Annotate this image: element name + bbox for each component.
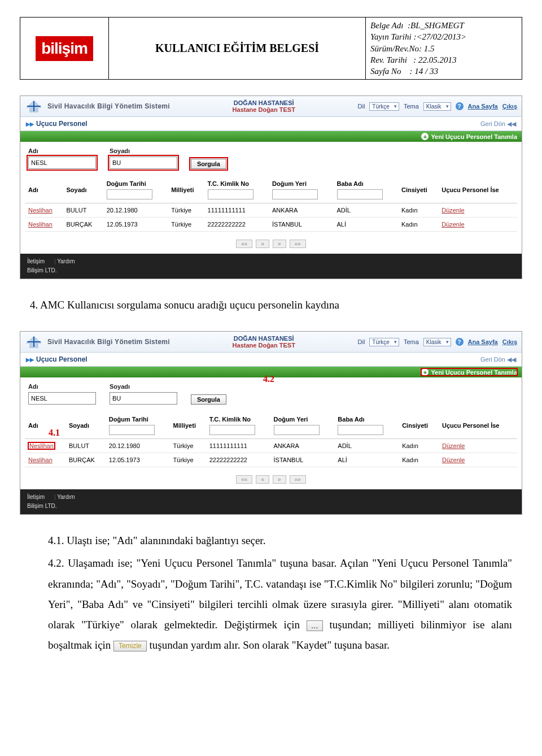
search-row: Adı Soyadı Sorgula 4.2 [20, 377, 522, 410]
app-logo-icon [25, 98, 43, 114]
row-duzenle-link[interactable]: Düzenle [439, 439, 517, 453]
meta-sayfa-label: Sayfa No [370, 67, 401, 76]
meta-surum-label: Sürüm/Rev.No: [370, 44, 422, 53]
new-personnel-label: Yeni Uçucu Personel Tanımla [431, 133, 517, 140]
row-soyadi: BULUT [65, 439, 106, 453]
sorgula-button[interactable]: Sorgula [191, 394, 226, 405]
footer-company: Bilişim LTD. [27, 266, 515, 275]
search-adi-input[interactable] [28, 392, 96, 405]
help-icon[interactable]: ? [456, 338, 464, 346]
hospital-line1: DOĞAN HASTANESİ [233, 335, 295, 342]
filter-dogumtarihi[interactable] [107, 189, 152, 199]
back-link-text: Geri Dön [480, 356, 505, 363]
plus-icon: + [421, 133, 429, 140]
doc-meta: Belge Adı :BL_SHGMEGT Yayın Tarihi :<27/… [366, 18, 522, 80]
filter-dogumtarihi[interactable] [109, 425, 155, 435]
filter-tc[interactable] [209, 425, 255, 435]
row-adi-link[interactable]: Neslihan [25, 453, 65, 467]
row-milliyeti: Türkiye [170, 439, 206, 453]
pager: «« « » »» [20, 472, 522, 489]
back-arrow-icon: ◀◀ [507, 356, 516, 363]
help-icon[interactable]: ? [456, 102, 464, 110]
pager-next[interactable]: » [273, 475, 286, 484]
row-tc: 22222222222 [204, 218, 269, 232]
footer-yardim-link[interactable]: Yardım [57, 258, 75, 264]
col-milliyeti: Milliyeti [168, 177, 204, 203]
pager: «« « » »» [20, 236, 522, 254]
row-tc: 11111111111 [206, 439, 270, 453]
new-personnel-button[interactable]: + Yeni Uçucu Personel Tanımla [421, 133, 517, 140]
row-dogumyeri: ANKARA [270, 439, 335, 453]
pager-first[interactable]: «« [236, 475, 252, 484]
row-duzenle-link[interactable]: Düzenle [439, 453, 517, 467]
para-4: 4. AMC Kullanıcısı sorgulama sonucu arad… [30, 295, 512, 315]
back-link[interactable]: Geri Dön ◀◀ [480, 120, 516, 128]
row-adi-link[interactable]: Neslihan [25, 203, 63, 218]
row-adi-link[interactable]: Neslihan [25, 218, 63, 232]
row-duzenle-link[interactable]: Düzenle [438, 218, 517, 232]
filter-babaadi[interactable] [337, 189, 383, 199]
app-hospital-block: DOĞAN HASTANESİ Hastane Doğan TEST [233, 99, 295, 113]
row-cinsiyeti: Kadın [399, 439, 439, 453]
tema-select[interactable]: Klasik [423, 102, 451, 111]
table-row: Neslihan 4.1 BULUT 20.12.1980 Türkiye 11… [25, 439, 517, 453]
pager-first[interactable]: «« [236, 240, 252, 248]
dil-select[interactable]: Türkçe [369, 338, 399, 346]
pager-prev[interactable]: « [256, 240, 269, 248]
col-dogumyeri: Doğum Yeri [270, 412, 335, 439]
logout-link[interactable]: Çıkış [502, 338, 517, 345]
pager-last[interactable]: »» [290, 475, 306, 484]
back-link-text: Geri Dön [480, 120, 505, 127]
plus-icon: + [421, 368, 429, 376]
meta-belge-label: Belge Adı [370, 21, 403, 30]
results-table: Adı Soyadı Doğum Tarihi Milliyeti T.C. K… [25, 177, 517, 232]
dil-select[interactable]: Türkçe [369, 102, 399, 111]
row-tc: 11111111111 [204, 203, 269, 218]
meta-belge-value: :BL_SHGMEGT [408, 21, 464, 30]
hospital-line2: Hastane Doğan TEST [233, 106, 295, 113]
table-row: Neslihan BURÇAK 12.05.1973 Türkiye 22222… [25, 218, 517, 232]
footer-iletisim-link[interactable]: İletişim [27, 258, 45, 264]
annotation-4-1: 4.1 [49, 428, 60, 438]
col-dogumtarihi: Doğum Tarihi [106, 412, 170, 439]
row-milliyeti: Türkiye [168, 203, 204, 218]
logo-cell: bilişim [20, 18, 109, 80]
home-link[interactable]: Ana Sayfa [468, 338, 498, 345]
row-adi-link[interactable]: Neslihan [28, 442, 55, 449]
sorgula-button[interactable]: Sorgula [191, 159, 226, 169]
screenshot-2: Sivil Havacılık Bilgi Yönetim Sistemi DO… [20, 331, 522, 515]
footer-yardim-link[interactable]: Yardım [57, 494, 75, 500]
logout-link[interactable]: Çıkış [502, 103, 517, 110]
col-dogumyeri: Doğum Yeri [269, 177, 333, 203]
home-link[interactable]: Ana Sayfa [468, 103, 498, 110]
row-cinsiyeti: Kadın [398, 203, 438, 218]
col-adi: Adı [25, 177, 63, 203]
filter-dogumyeri[interactable] [274, 425, 320, 435]
col-babaadi: Baba Adı [334, 177, 398, 203]
pager-next[interactable]: » [273, 240, 286, 248]
row-babaadi: ALİ [334, 453, 399, 467]
search-row: Adı Soyadı Sorgula [20, 142, 522, 175]
search-adi-input[interactable] [28, 157, 96, 169]
pager-last[interactable]: »» [290, 240, 306, 248]
search-soyadi-input[interactable] [110, 157, 177, 169]
app-footer: İletişim | Yardım Bilişim LTD. [20, 254, 522, 279]
item-4-1: 4.1. Ulaştı ise; "Adı" alanınındaki bağl… [48, 531, 512, 551]
row-babaadi: ADİL [334, 203, 398, 218]
row-duzenle-link[interactable]: Düzenle [438, 203, 517, 218]
row-dogumtarihi: 20.12.1980 [103, 203, 168, 218]
row-dogumtarihi: 20.12.1980 [106, 439, 170, 453]
tema-select[interactable]: Klasik [423, 338, 451, 346]
col-soyadi: Soyadı [63, 177, 103, 203]
breadcrumb-bar: ▸▸ Uçucu Personel Geri Dön ◀◀ [20, 117, 522, 131]
back-link[interactable]: Geri Dön ◀◀ [480, 356, 516, 363]
breadcrumb-arrow-icon: ▸▸ [26, 119, 34, 128]
footer-iletisim-link[interactable]: İletişim [27, 494, 45, 500]
filter-babaadi[interactable] [338, 425, 383, 435]
breadcrumb-title: Uçucu Personel [36, 120, 88, 128]
new-personnel-button[interactable]: + Yeni Uçucu Personel Tanımla [421, 368, 517, 376]
search-soyadi-input[interactable] [110, 392, 177, 405]
filter-tc[interactable] [208, 189, 253, 199]
pager-prev[interactable]: « [256, 475, 269, 484]
filter-dogumyeri[interactable] [272, 189, 318, 199]
